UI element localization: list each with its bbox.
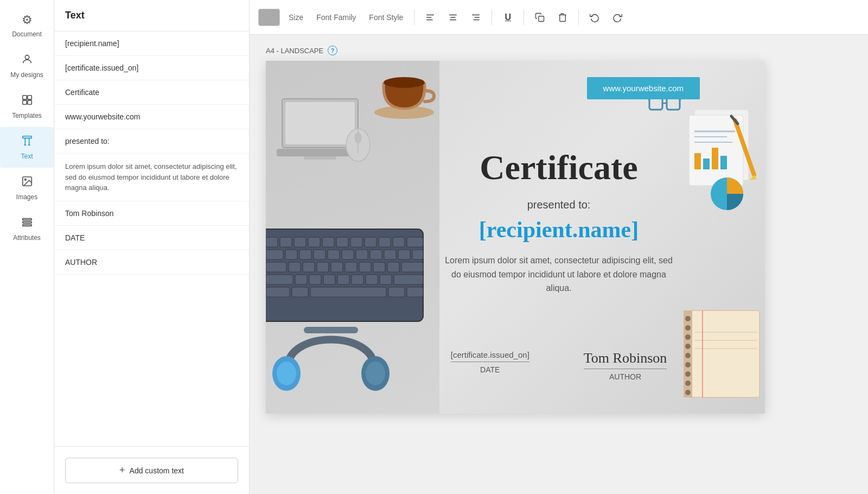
undo-button[interactable] <box>585 8 604 27</box>
sidebar-item-text-label: Text <box>21 153 33 160</box>
cert-lorem[interactable]: Lorem ipsum dolor sit amet, consectetur … <box>439 254 678 295</box>
svg-rect-75 <box>292 287 308 297</box>
sidebar-item-templates-label: Templates <box>12 112 42 119</box>
font-style-label[interactable]: Font Style <box>365 13 407 22</box>
certificate-canvas[interactable]: www.yourwebsite.com Certificate presente… <box>266 61 765 414</box>
help-icon[interactable]: ? <box>328 46 337 55</box>
svg-rect-34 <box>280 237 292 247</box>
cert-presented[interactable]: presented to: <box>439 199 678 211</box>
svg-rect-35 <box>294 237 306 247</box>
svg-rect-46 <box>299 250 311 259</box>
copy-button[interactable] <box>531 8 549 27</box>
sidebar-item-images[interactable]: Images <box>0 168 54 208</box>
cert-sig-block-date: [certificate.issued_on] DATE <box>451 350 529 381</box>
cert-recipient[interactable]: [recipient.name] <box>439 217 678 243</box>
sidebar: ⚙ Document My designs Templates Text <box>0 0 54 494</box>
svg-rect-66 <box>295 275 307 284</box>
list-item-website[interactable]: www.yourwebsite.com <box>54 105 249 129</box>
mouse-deco <box>342 121 374 166</box>
sidebar-item-attributes[interactable]: Attributes <box>0 208 54 249</box>
svg-point-108 <box>685 381 691 386</box>
images-icon <box>21 175 33 190</box>
coffee-deco <box>369 61 439 121</box>
svg-point-85 <box>384 77 425 88</box>
svg-rect-59 <box>331 262 343 272</box>
color-picker[interactable] <box>258 9 280 26</box>
svg-rect-3 <box>22 100 26 104</box>
list-item-recipient[interactable]: [recipient.name] <box>54 31 249 56</box>
svg-rect-83 <box>304 327 358 333</box>
notebook-deco <box>678 305 765 414</box>
redo-button[interactable] <box>608 8 627 27</box>
list-item-presented-to[interactable]: presented to: <box>54 129 249 154</box>
list-item-issued-on[interactable]: [certificate.issued_on] <box>54 56 249 80</box>
canvas-format-label: A4 - LANDSCAPE ? <box>266 46 337 55</box>
svg-point-82 <box>366 362 385 385</box>
toolbar: Size Font Family Font Style U <box>250 0 868 35</box>
canvas-area: A4 - LANDSCAPE ? <box>250 35 868 494</box>
svg-rect-24 <box>539 16 544 21</box>
svg-rect-68 <box>323 275 335 284</box>
list-item-tom-robinson[interactable]: Tom Robinson <box>54 201 249 226</box>
svg-point-80 <box>277 362 296 385</box>
svg-rect-5 <box>22 136 31 138</box>
list-item-certificate[interactable]: Certificate <box>54 80 249 105</box>
panel-title: Text <box>54 0 249 31</box>
align-right-button[interactable] <box>467 8 485 27</box>
svg-rect-77 <box>388 287 405 297</box>
svg-point-103 <box>685 334 691 340</box>
svg-rect-53 <box>398 250 410 259</box>
attributes-icon <box>21 216 33 231</box>
sidebar-item-my-designs[interactable]: My designs <box>0 46 54 86</box>
svg-rect-48 <box>328 250 340 259</box>
sidebar-item-document[interactable]: ⚙ Document <box>0 5 54 46</box>
cert-sig-cursive: Tom Robinson <box>584 350 667 366</box>
headphones-deco <box>271 303 391 414</box>
svg-rect-40 <box>365 237 376 247</box>
align-center-button[interactable] <box>444 8 462 27</box>
cert-sig-label-author: AUTHOR <box>584 369 667 381</box>
svg-rect-43 <box>407 237 423 247</box>
svg-rect-60 <box>345 262 357 272</box>
svg-rect-14 <box>22 225 31 226</box>
svg-rect-13 <box>22 221 31 223</box>
add-custom-text-button[interactable]: + Add custom text <box>65 458 238 483</box>
size-label[interactable]: Size <box>284 13 308 22</box>
svg-rect-55 <box>266 262 286 272</box>
align-left-button[interactable] <box>421 8 439 27</box>
svg-rect-74 <box>266 287 290 297</box>
svg-point-101 <box>685 316 691 321</box>
cert-background: www.yourwebsite.com Certificate presente… <box>266 61 765 414</box>
svg-rect-71 <box>366 275 378 284</box>
svg-rect-93 <box>712 148 718 169</box>
sidebar-item-text[interactable]: Text <box>0 127 54 168</box>
list-item-date[interactable]: DATE <box>54 226 249 250</box>
cert-title[interactable]: Certificate <box>439 148 678 188</box>
svg-rect-63 <box>387 262 399 272</box>
svg-rect-99 <box>689 311 760 397</box>
svg-rect-72 <box>380 275 392 284</box>
svg-point-109 <box>685 390 691 395</box>
list-item-author[interactable]: AUTHOR <box>54 250 249 275</box>
cert-content: Certificate presented to: [recipient.nam… <box>439 148 678 317</box>
svg-rect-4 <box>27 100 31 104</box>
svg-rect-39 <box>350 237 362 247</box>
panel-footer: + Add custom text <box>54 446 249 494</box>
gear-icon: ⚙ <box>22 13 33 27</box>
sidebar-item-templates[interactable]: Templates <box>0 86 54 127</box>
delete-button[interactable] <box>553 8 572 27</box>
svg-rect-47 <box>314 250 326 259</box>
svg-rect-56 <box>289 262 301 272</box>
svg-rect-70 <box>352 275 363 284</box>
svg-point-31 <box>355 132 361 143</box>
svg-rect-67 <box>309 275 321 284</box>
svg-rect-50 <box>356 250 368 259</box>
font-family-label[interactable]: Font Family <box>312 13 360 22</box>
cert-website-banner[interactable]: www.yourwebsite.com <box>587 77 700 99</box>
sidebar-item-document-label: Document <box>12 30 42 38</box>
svg-point-106 <box>685 362 691 368</box>
list-item-lorem[interactable]: Lorem ipsum dolor sit amet, consectetur … <box>54 154 249 201</box>
svg-rect-115 <box>667 98 680 110</box>
underline-button[interactable]: U <box>499 8 517 27</box>
svg-rect-28 <box>304 156 336 160</box>
